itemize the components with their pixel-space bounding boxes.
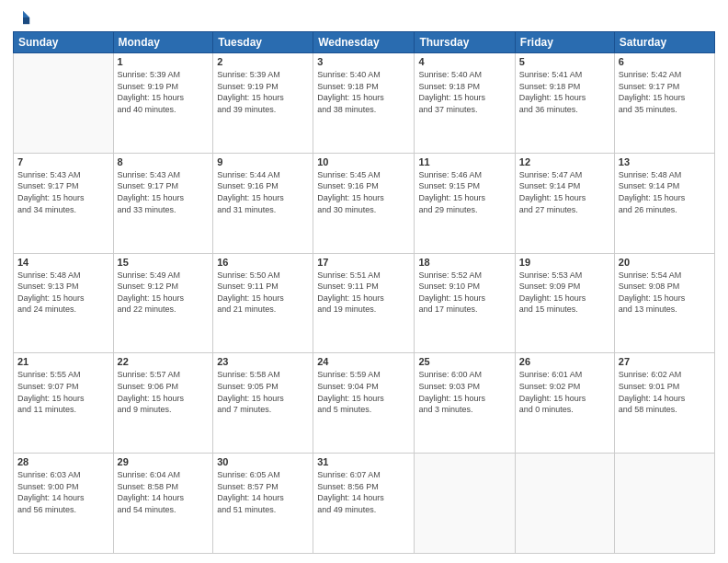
day-info: Sunrise: 5:53 AM Sunset: 9:09 PM Dayligh… xyxy=(519,270,610,316)
day-info: Sunrise: 5:54 AM Sunset: 9:08 PM Dayligh… xyxy=(619,270,711,316)
day-info: Sunrise: 5:39 AM Sunset: 9:19 PM Dayligh… xyxy=(118,69,210,115)
day-info: Sunrise: 5:55 AM Sunset: 9:07 PM Dayligh… xyxy=(17,369,109,415)
day-number: 15 xyxy=(118,257,210,268)
day-info: Sunrise: 6:07 AM Sunset: 8:56 PM Dayligh… xyxy=(317,469,410,515)
day-number: 4 xyxy=(418,56,510,67)
logo-icon xyxy=(15,9,31,26)
day-info: Sunrise: 5:47 AM Sunset: 9:14 PM Dayligh… xyxy=(519,169,610,215)
day-number: 24 xyxy=(317,356,410,367)
calendar-weekday-saturday: Saturday xyxy=(614,32,714,53)
day-number: 22 xyxy=(118,356,210,367)
calendar-day-cell: 31Sunrise: 6:07 AM Sunset: 8:56 PM Dayli… xyxy=(313,454,415,554)
calendar-day-cell: 19Sunrise: 5:53 AM Sunset: 9:09 PM Dayli… xyxy=(515,253,614,353)
day-number: 11 xyxy=(418,156,510,167)
calendar-day-cell: 13Sunrise: 5:48 AM Sunset: 9:14 PM Dayli… xyxy=(614,153,714,253)
day-number: 19 xyxy=(519,257,610,268)
day-info: Sunrise: 5:43 AM Sunset: 9:17 PM Dayligh… xyxy=(17,169,109,215)
day-number: 28 xyxy=(17,456,109,467)
day-info: Sunrise: 5:40 AM Sunset: 9:18 PM Dayligh… xyxy=(317,69,410,115)
calendar-day-cell: 18Sunrise: 5:52 AM Sunset: 9:10 PM Dayli… xyxy=(415,253,515,353)
day-number: 27 xyxy=(619,356,711,367)
calendar-day-cell: 17Sunrise: 5:51 AM Sunset: 9:11 PM Dayli… xyxy=(313,253,415,353)
day-info: Sunrise: 6:01 AM Sunset: 9:02 PM Dayligh… xyxy=(519,369,610,415)
calendar-day-cell: 23Sunrise: 5:58 AM Sunset: 9:05 PM Dayli… xyxy=(213,353,313,454)
day-number: 1 xyxy=(118,56,210,67)
day-number: 26 xyxy=(519,356,610,367)
day-number: 31 xyxy=(317,456,410,467)
svg-marker-0 xyxy=(23,11,29,17)
day-number: 18 xyxy=(418,257,510,268)
calendar-week-row-2: 7Sunrise: 5:43 AM Sunset: 9:17 PM Daylig… xyxy=(14,153,715,253)
day-info: Sunrise: 6:00 AM Sunset: 9:03 PM Dayligh… xyxy=(418,369,510,415)
calendar-week-row-1: 1Sunrise: 5:39 AM Sunset: 9:19 PM Daylig… xyxy=(14,53,715,154)
day-number: 25 xyxy=(418,356,510,367)
page: SundayMondayTuesdayWednesdayThursdayFrid… xyxy=(0,0,728,563)
calendar-day-cell: 7Sunrise: 5:43 AM Sunset: 9:17 PM Daylig… xyxy=(14,153,114,253)
day-number: 21 xyxy=(17,356,109,367)
svg-marker-1 xyxy=(23,17,29,24)
calendar-day-cell: 3Sunrise: 5:40 AM Sunset: 9:18 PM Daylig… xyxy=(313,53,415,154)
day-info: Sunrise: 5:58 AM Sunset: 9:05 PM Dayligh… xyxy=(217,369,309,415)
calendar-day-cell: 11Sunrise: 5:46 AM Sunset: 9:15 PM Dayli… xyxy=(415,153,515,253)
day-info: Sunrise: 5:42 AM Sunset: 9:17 PM Dayligh… xyxy=(619,69,711,115)
day-number: 13 xyxy=(619,156,711,167)
day-info: Sunrise: 5:52 AM Sunset: 9:10 PM Dayligh… xyxy=(418,270,510,316)
day-info: Sunrise: 6:03 AM Sunset: 9:00 PM Dayligh… xyxy=(17,469,109,515)
calendar-day-cell: 10Sunrise: 5:45 AM Sunset: 9:16 PM Dayli… xyxy=(313,153,415,253)
day-info: Sunrise: 5:41 AM Sunset: 9:18 PM Dayligh… xyxy=(519,69,610,115)
day-info: Sunrise: 5:48 AM Sunset: 9:13 PM Dayligh… xyxy=(17,270,109,316)
calendar-week-row-3: 14Sunrise: 5:48 AM Sunset: 9:13 PM Dayli… xyxy=(14,253,715,353)
calendar-weekday-thursday: Thursday xyxy=(415,32,515,53)
day-info: Sunrise: 5:50 AM Sunset: 9:11 PM Dayligh… xyxy=(217,270,309,316)
day-number: 7 xyxy=(17,156,109,167)
day-info: Sunrise: 5:51 AM Sunset: 9:11 PM Dayligh… xyxy=(317,270,410,316)
day-info: Sunrise: 5:59 AM Sunset: 9:04 PM Dayligh… xyxy=(317,369,410,415)
day-number: 14 xyxy=(17,257,109,268)
calendar-day-cell: 1Sunrise: 5:39 AM Sunset: 9:19 PM Daylig… xyxy=(113,53,213,154)
day-info: Sunrise: 5:46 AM Sunset: 9:15 PM Dayligh… xyxy=(418,169,510,215)
day-info: Sunrise: 5:45 AM Sunset: 9:16 PM Dayligh… xyxy=(317,169,410,215)
day-number: 8 xyxy=(118,156,210,167)
day-number: 23 xyxy=(217,356,309,367)
calendar-day-cell: 15Sunrise: 5:49 AM Sunset: 9:12 PM Dayli… xyxy=(113,253,213,353)
calendar-day-cell: 26Sunrise: 6:01 AM Sunset: 9:02 PM Dayli… xyxy=(515,353,614,454)
day-info: Sunrise: 5:49 AM Sunset: 9:12 PM Dayligh… xyxy=(118,270,210,316)
calendar-day-cell: 8Sunrise: 5:43 AM Sunset: 9:17 PM Daylig… xyxy=(113,153,213,253)
day-number: 5 xyxy=(519,56,610,67)
calendar-day-cell: 4Sunrise: 5:40 AM Sunset: 9:18 PM Daylig… xyxy=(415,53,515,154)
calendar-day-cell xyxy=(515,454,614,554)
day-number: 12 xyxy=(519,156,610,167)
day-info: Sunrise: 5:48 AM Sunset: 9:14 PM Dayligh… xyxy=(619,169,711,215)
day-number: 2 xyxy=(217,56,309,67)
day-info: Sunrise: 5:57 AM Sunset: 9:06 PM Dayligh… xyxy=(118,369,210,415)
calendar-day-cell: 5Sunrise: 5:41 AM Sunset: 9:18 PM Daylig… xyxy=(515,53,614,154)
calendar-weekday-wednesday: Wednesday xyxy=(313,32,415,53)
day-number: 9 xyxy=(217,156,309,167)
header xyxy=(13,9,715,26)
day-info: Sunrise: 6:02 AM Sunset: 9:01 PM Dayligh… xyxy=(619,369,711,415)
calendar-table: SundayMondayTuesdayWednesdayThursdayFrid… xyxy=(13,31,715,554)
calendar-day-cell: 22Sunrise: 5:57 AM Sunset: 9:06 PM Dayli… xyxy=(113,353,213,454)
calendar-weekday-monday: Monday xyxy=(113,32,213,53)
calendar-day-cell xyxy=(14,53,114,154)
calendar-day-cell: 28Sunrise: 6:03 AM Sunset: 9:00 PM Dayli… xyxy=(14,454,114,554)
calendar-weekday-tuesday: Tuesday xyxy=(213,32,313,53)
day-info: Sunrise: 5:40 AM Sunset: 9:18 PM Dayligh… xyxy=(418,69,510,115)
calendar-day-cell: 20Sunrise: 5:54 AM Sunset: 9:08 PM Dayli… xyxy=(614,253,714,353)
calendar-day-cell: 9Sunrise: 5:44 AM Sunset: 9:16 PM Daylig… xyxy=(213,153,313,253)
day-info: Sunrise: 5:39 AM Sunset: 9:19 PM Dayligh… xyxy=(217,69,309,115)
logo xyxy=(13,9,31,26)
calendar-day-cell: 6Sunrise: 5:42 AM Sunset: 9:17 PM Daylig… xyxy=(614,53,714,154)
calendar-day-cell: 25Sunrise: 6:00 AM Sunset: 9:03 PM Dayli… xyxy=(415,353,515,454)
calendar-day-cell xyxy=(614,454,714,554)
calendar-weekday-sunday: Sunday xyxy=(14,32,114,53)
day-number: 17 xyxy=(317,257,410,268)
day-number: 20 xyxy=(619,257,711,268)
calendar-day-cell: 29Sunrise: 6:04 AM Sunset: 8:58 PM Dayli… xyxy=(113,454,213,554)
calendar-day-cell: 12Sunrise: 5:47 AM Sunset: 9:14 PM Dayli… xyxy=(515,153,614,253)
day-number: 16 xyxy=(217,257,309,268)
day-info: Sunrise: 6:04 AM Sunset: 8:58 PM Dayligh… xyxy=(118,469,210,515)
calendar-day-cell: 2Sunrise: 5:39 AM Sunset: 9:19 PM Daylig… xyxy=(213,53,313,154)
calendar-weekday-friday: Friday xyxy=(515,32,614,53)
day-number: 29 xyxy=(118,456,210,467)
